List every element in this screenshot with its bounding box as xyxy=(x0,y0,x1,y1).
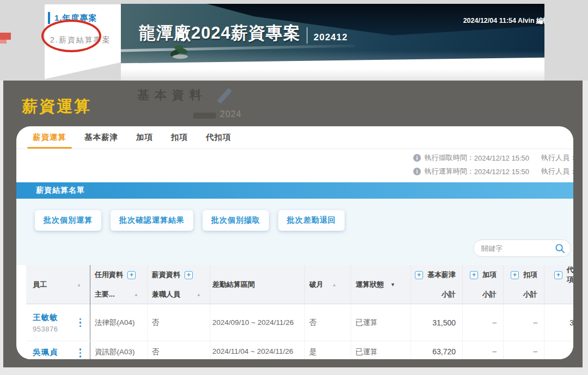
plus-icon[interactable]: + xyxy=(470,271,478,279)
col-header-additions: + 加項 小計 xyxy=(463,265,504,304)
salary-calculation-card: 薪資運算 基本薪津 加項 扣項 代扣項 i 執行擷取時間： 2024/12/12… xyxy=(16,126,573,359)
status-cell: 已運算 xyxy=(351,341,411,359)
table-row: 吳珮貞 資訊部(A03) 否 2024/11/04 ~ 2024/11/26 是… xyxy=(26,341,573,359)
col-label-deductions: 扣項 xyxy=(523,270,537,280)
deductions-cell: – xyxy=(504,341,544,359)
col-header-employee[interactable]: 員工 ▲ xyxy=(26,265,90,304)
plus-icon[interactable]: + xyxy=(185,271,193,279)
batch-individual-calc-button[interactable]: 批次個別運算 xyxy=(35,210,101,231)
sort-asc-icon[interactable]: ▲ xyxy=(134,292,138,297)
col-label-hire-group: 任用資料 xyxy=(95,270,123,280)
batch-confirm-result-button[interactable]: 批次確認運算結果 xyxy=(111,210,193,231)
plus-icon[interactable]: + xyxy=(127,271,136,279)
calc-time-value: 2024/12/12 15:50 xyxy=(474,168,529,176)
project-banner: 龍潭廠2024薪資專案 202412 2024/12/04 11:54 Alvi… xyxy=(121,4,544,65)
tab-salary-calculation[interactable]: 薪資運算 xyxy=(26,126,73,149)
kebab-menu-icon[interactable] xyxy=(79,318,82,327)
employee-cell: 吳珮貞 xyxy=(26,341,90,359)
ghost-background-year: 2024 xyxy=(220,109,242,119)
toolbar-section: 批次個別運算 批次確認運算結果 批次個別擷取 批次差勤退回 xyxy=(16,199,573,265)
period-cell: 2024/09/10 ~ 2024/11/26 xyxy=(210,304,305,341)
panel-title: 薪資結算名單 xyxy=(36,186,85,195)
withholdings-cell xyxy=(544,341,573,359)
col-label-additions: 加項 xyxy=(482,270,497,280)
banner-edited-meta: 2024/12/04 11:54 Alvin 編輯 xyxy=(463,16,544,26)
batch-actions: 批次個別運算 批次確認運算結果 批次個別擷取 批次差勤退回 xyxy=(35,210,345,231)
col-header-withholdings: + 代扣項 xyxy=(544,265,573,304)
col-label-base-salary: 基本薪津 xyxy=(427,270,456,280)
col-header-hire-data: 任用資料 + 主要... ▲ xyxy=(90,265,148,304)
col-label-subtotal: 小計 xyxy=(482,290,497,299)
banner-project-title: 龍潭廠2024薪資專案 xyxy=(139,22,301,45)
col-header-period: 差勤結算區間 xyxy=(210,265,305,304)
plus-icon[interactable]: + xyxy=(415,271,423,279)
deductions-cell: – xyxy=(504,304,544,341)
dimmed-overlay: 基本資料 2024 薪資運算 薪資運算 基本薪津 加項 扣項 代扣項 i 執行擷… xyxy=(3,81,583,367)
tab-deductions[interactable]: 扣項 xyxy=(164,126,194,149)
base-salary-cell: 31,500 xyxy=(411,304,463,341)
dept-cell: 資訊部(A03) xyxy=(90,341,148,359)
filter-caret-icon[interactable]: ▼ xyxy=(390,282,395,287)
col-label-subtotal: 小計 xyxy=(442,290,456,299)
col-label-withholdings: 代扣項 xyxy=(567,265,573,285)
withholdings-cell: 3 xyxy=(544,304,573,341)
tab-withholdings[interactable]: 代扣項 xyxy=(199,126,238,149)
employee-name-link[interactable]: 吳珮貞 xyxy=(33,347,58,358)
col-label-salary-group: 薪資資料 xyxy=(152,270,180,280)
partial-month-cell: 是 xyxy=(305,341,351,359)
col-label-partial-month: 破月 xyxy=(309,280,323,290)
info-icon: i xyxy=(413,154,421,162)
info-line-capture: i 執行擷取時間： 2024/12/12 15:50 執行人員： xyxy=(413,153,573,163)
ghost-background-smudge xyxy=(193,113,216,119)
kebab-menu-icon[interactable] xyxy=(79,348,82,358)
period-cell: 2024/11/04 ~ 2024/11/26 xyxy=(210,341,305,359)
table-header: 員工 ▲ 任用資料 + 主要... ▲ 薪資資料 + xyxy=(26,265,573,304)
pencil-icon xyxy=(217,88,232,104)
col-label-hire-sub: 主要... xyxy=(95,290,115,299)
sort-asc-icon[interactable]: ▲ xyxy=(77,282,81,287)
capture-operator-label: 執行人員： xyxy=(541,153,573,163)
col-label-salary-sub: 兼職人員 xyxy=(152,290,180,299)
banner-period: 202412 xyxy=(314,32,348,43)
sort-asc-icon[interactable]: ▲ xyxy=(197,292,201,297)
additions-cell: – xyxy=(463,341,504,359)
col-label-calc-status: 運算狀態 xyxy=(356,280,384,290)
top-band: 1.年度專案 2.薪資結算專案 龍潭廠2024薪資專案 202412 2024/… xyxy=(0,0,588,81)
dept-cell: 法律部(A04) xyxy=(90,304,148,341)
calc-time-label: 執行運算時間： xyxy=(425,167,474,176)
panel-header: 薪資結算名單 xyxy=(16,182,573,199)
batch-attendance-return-button[interactable]: 批次差勤退回 xyxy=(278,210,345,231)
additions-cell: – xyxy=(463,304,504,341)
sort-asc-icon[interactable]: ▲ xyxy=(332,282,336,287)
plus-icon[interactable]: + xyxy=(554,271,562,279)
execution-info: i 執行擷取時間： 2024/12/12 15:50 執行人員： i 執行運算時… xyxy=(413,153,573,180)
col-label-employee: 員工 xyxy=(33,280,47,290)
employee-name-link[interactable]: 王敏敏 xyxy=(33,312,58,323)
col-header-salary-data: 薪資資料 + 兼職人員 ▲ xyxy=(148,265,210,304)
banner-title-row: 龍潭廠2024薪資專案 202412 xyxy=(139,22,348,45)
search-icon[interactable] xyxy=(555,243,565,254)
keyword-search-box xyxy=(473,239,571,257)
red-annotation-marker2 xyxy=(0,40,7,44)
search-input[interactable] xyxy=(481,244,555,253)
capture-time-value: 2024/12/12 15:50 xyxy=(474,154,529,162)
col-label-subtotal: 小計 xyxy=(523,290,537,299)
tab-additions[interactable]: 加項 xyxy=(130,126,160,149)
employee-cell: 王敏敏 953876 xyxy=(26,304,90,341)
batch-individual-capture-button[interactable]: 批次個別擷取 xyxy=(203,210,269,231)
page-title: 薪資運算 xyxy=(22,96,91,118)
capture-time-label: 執行擷取時間： xyxy=(425,153,474,163)
base-salary-cell: 63,720 xyxy=(411,341,463,359)
col-label-period: 差勤結算區間 xyxy=(212,280,255,290)
calc-operator-label: 執行人員： xyxy=(541,167,573,176)
info-icon: i xyxy=(413,168,421,175)
col-header-partial-month[interactable]: 破月 ▲ xyxy=(305,265,351,304)
red-annotation-marker xyxy=(0,33,11,40)
col-header-calc-status[interactable]: 運算狀態 ▼ xyxy=(351,265,411,304)
plus-icon[interactable]: + xyxy=(511,271,519,279)
part-time-cell: 否 xyxy=(148,341,210,359)
table-row: 王敏敏 953876 法律部(A04) 否 2024/09/10 ~ 2024/… xyxy=(26,304,573,341)
col-header-base-salary: + 基本薪津 小計 xyxy=(411,265,463,304)
settlement-table: 員工 ▲ 任用資料 + 主要... ▲ 薪資資料 + xyxy=(26,265,573,359)
tab-base-salary[interactable]: 基本薪津 xyxy=(78,126,125,149)
